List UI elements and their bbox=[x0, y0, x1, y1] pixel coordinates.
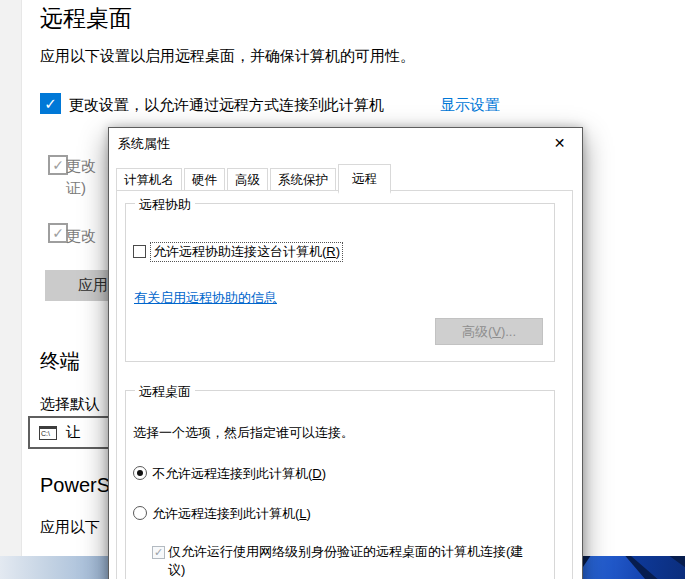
tab-computer-name[interactable]: 计算机名 bbox=[116, 168, 182, 192]
background-checkbox-2-label: 更改 bbox=[66, 225, 96, 247]
page-description: 应用以下设置以启用远程桌面，并确保计算机的可用性。 bbox=[40, 47, 415, 66]
check-icon: ✓ bbox=[52, 225, 64, 241]
terminal-description: 选择默认 bbox=[40, 395, 100, 414]
screen: 远程桌面 应用以下设置以启用远程桌面，并确保计算机的可用性。 ✓ 更改设置，以允… bbox=[0, 0, 685, 579]
page-title: 远程桌面 bbox=[40, 4, 132, 32]
remote-assistance-info-link[interactable]: 有关启用远程协助的信息 bbox=[134, 289, 277, 307]
settings-sidebar-edge bbox=[0, 0, 22, 556]
remote-assistance-checkbox-label[interactable]: 允许远程协助连接这台计算机(R) bbox=[151, 243, 342, 261]
default-terminal-value: 让 bbox=[66, 423, 81, 442]
nla-checkbox[interactable]: ✓ bbox=[152, 546, 165, 559]
tab-hardware[interactable]: 硬件 bbox=[184, 168, 225, 192]
tab-advanced[interactable]: 高级 bbox=[227, 168, 268, 192]
terminal-heading: 终端 bbox=[40, 348, 80, 375]
deny-remote-radio-label[interactable]: 不允许远程连接到此计算机(D) bbox=[152, 465, 326, 483]
deny-remote-radio[interactable] bbox=[133, 466, 147, 480]
remote-assistance-group-label: 远程协助 bbox=[135, 196, 195, 214]
remote-assistance-checkbox[interactable] bbox=[133, 245, 146, 258]
close-button[interactable]: ✕ bbox=[537, 128, 582, 157]
background-checkbox-1-label: 更改证) bbox=[66, 155, 96, 199]
nla-checkbox-label[interactable]: 仅允许运行使用网络级别身份验证的远程桌面的计算机连接(建议)(N) bbox=[168, 543, 524, 579]
check-icon: ✓ bbox=[52, 157, 64, 173]
tab-system-protection[interactable]: 系统保护 bbox=[270, 168, 336, 192]
desktop-wallpaper-right bbox=[583, 556, 685, 579]
powershell-heading: PowerS bbox=[40, 474, 110, 497]
check-icon: ✓ bbox=[44, 95, 57, 113]
powershell-description: 应用以下 bbox=[40, 518, 100, 537]
allow-remote-radio-label[interactable]: 允许远程连接到此计算机(L) bbox=[152, 505, 311, 523]
show-settings-link[interactable]: 显示设置 bbox=[440, 96, 500, 115]
enable-remote-desktop-checkbox[interactable]: ✓ bbox=[40, 93, 61, 114]
close-icon: ✕ bbox=[554, 135, 566, 151]
command-prompt-icon: C:\ bbox=[39, 426, 57, 440]
remote-desktop-instruction: 选择一个选项，然后指定谁可以连接。 bbox=[133, 424, 354, 442]
tab-strip: 计算机名 硬件 高级 系统保护 远程 bbox=[116, 164, 393, 192]
allow-remote-radio[interactable] bbox=[133, 506, 147, 520]
background-checkbox-1[interactable]: ✓ bbox=[48, 155, 68, 175]
desktop-wallpaper-left bbox=[0, 556, 110, 579]
advanced-button[interactable]: 高级(V)... bbox=[435, 318, 543, 345]
radio-dot bbox=[137, 470, 143, 476]
enable-remote-desktop-label[interactable]: 更改设置，以允许通过远程方式连接到此计算机 bbox=[69, 96, 384, 115]
check-icon: ✓ bbox=[154, 546, 163, 559]
dialog-title: 系统属性 bbox=[118, 135, 170, 153]
tab-remote[interactable]: 远程 bbox=[338, 164, 391, 194]
background-checkbox-2[interactable]: ✓ bbox=[48, 223, 68, 243]
remote-desktop-group-label: 远程桌面 bbox=[135, 383, 195, 401]
system-properties-dialog: 系统属性 ✕ 计算机名 硬件 高级 系统保护 远程 远程协助 允许远程协助连接这… bbox=[108, 127, 583, 579]
